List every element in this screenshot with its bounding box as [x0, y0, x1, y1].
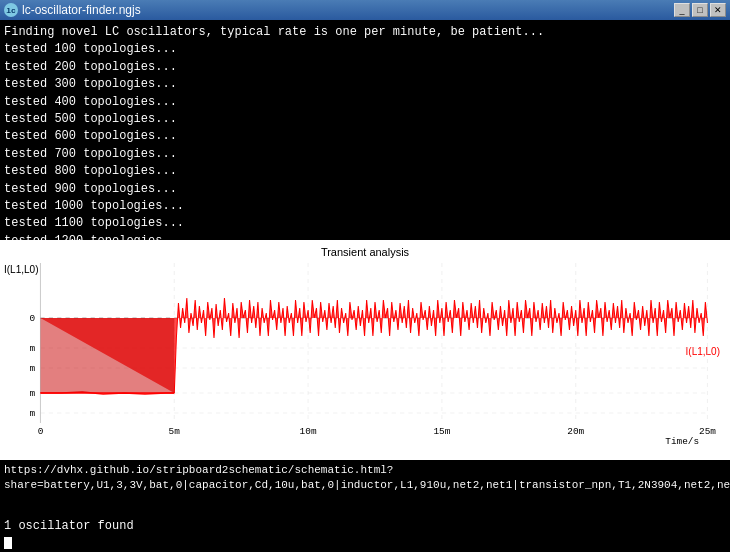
svg-marker-24: [40, 318, 174, 393]
terminal-line: tested 100 topologies...: [4, 41, 726, 58]
terminal-line: tested 300 topologies...: [4, 76, 726, 93]
url-area: https://dvhx.github.io/stripboard2schema…: [0, 460, 730, 516]
terminal-line: tested 200 topologies...: [4, 59, 726, 76]
status-area: 1 oscillator found: [0, 516, 730, 552]
terminal-cursor: [4, 537, 12, 549]
svg-text:-2m: -2m: [30, 363, 36, 374]
svg-text:0: 0: [38, 426, 44, 437]
terminal-output: Finding novel LC oscillators, typical ra…: [0, 20, 730, 240]
window-title: lc-oscillator-finder.ngjs: [22, 3, 141, 17]
terminal-line: tested 1000 topologies...: [4, 198, 726, 215]
terminal-line: Finding novel LC oscillators, typical ra…: [4, 24, 726, 41]
title-bar: lc lc-oscillator-finder.ngjs _ □ ✕: [0, 0, 730, 20]
title-controls[interactable]: _ □ ✕: [674, 3, 726, 17]
svg-text:10m: 10m: [300, 426, 317, 437]
terminal-line: tested 800 topologies...: [4, 163, 726, 180]
cursor-line: [4, 535, 726, 552]
terminal-line: tested 700 topologies...: [4, 146, 726, 163]
close-button[interactable]: ✕: [710, 3, 726, 17]
minimize-button[interactable]: _: [674, 3, 690, 17]
terminal-line: tested 900 topologies...: [4, 181, 726, 198]
svg-text:25m: 25m: [699, 426, 716, 437]
svg-text:-4m: -4m: [30, 408, 36, 419]
terminal-line: tested 400 topologies...: [4, 94, 726, 111]
svg-text:-3m: -3m: [30, 388, 36, 399]
svg-text:0: 0: [30, 313, 35, 324]
app-icon: lc: [4, 3, 18, 17]
title-bar-left: lc lc-oscillator-finder.ngjs: [4, 3, 141, 17]
svg-text:Time/s: Time/s: [665, 436, 699, 447]
svg-text:5m: 5m: [169, 426, 181, 437]
url-text: https://dvhx.github.io/stripboard2schema…: [4, 464, 730, 491]
svg-text:-1m: -1m: [30, 343, 36, 354]
svg-text:20m: 20m: [567, 426, 584, 437]
oscillator-status: 1 oscillator found: [4, 518, 726, 535]
chart-title: Transient analysis: [0, 242, 730, 258]
terminal-line: tested 500 topologies...: [4, 111, 726, 128]
chart-svg: 0 -1m -2m -3m -4m 0 5m 10m 15m 20m 25m T…: [30, 258, 720, 448]
terminal-line: tested 1100 topologies...: [4, 215, 726, 232]
svg-text:15m: 15m: [433, 426, 450, 437]
terminal-line: tested 1200 topologies...: [4, 233, 726, 240]
terminal-line: tested 600 topologies...: [4, 128, 726, 145]
maximize-button[interactable]: □: [692, 3, 708, 17]
chart-container: Transient analysis I(L1,L0) I(L1,L0) 0 -…: [0, 240, 730, 460]
